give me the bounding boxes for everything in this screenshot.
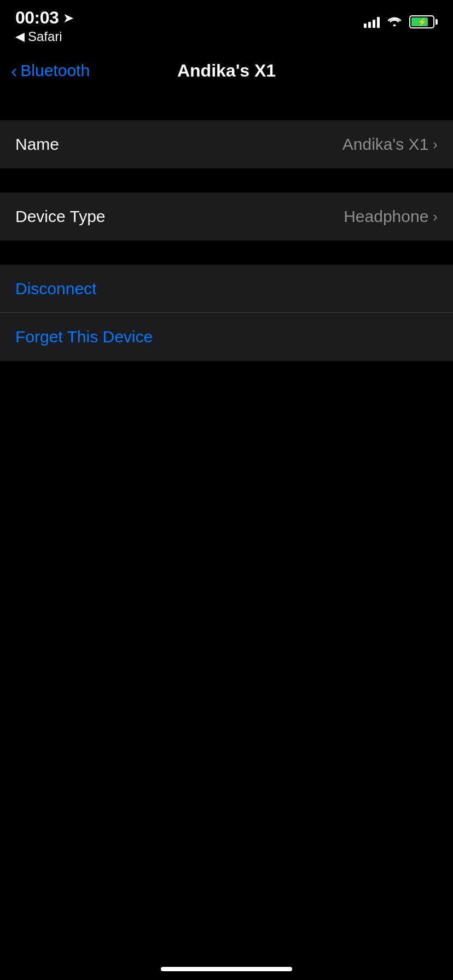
battery-icon: ⚡ xyxy=(409,15,438,28)
battery-nub xyxy=(435,19,438,25)
signal-bar-2 xyxy=(368,22,371,28)
status-app-name: Safari xyxy=(28,29,62,44)
device-type-value: Headphone xyxy=(344,207,428,226)
status-safari: ◀ Safari xyxy=(15,29,74,44)
status-left: 00:03 ➤ ◀ Safari xyxy=(15,8,74,44)
signal-bar-3 xyxy=(373,20,375,28)
location-icon: ➤ xyxy=(63,10,74,26)
status-time: 00:03 xyxy=(15,8,59,28)
section-gap-2 xyxy=(0,168,453,192)
device-type-section: Device Type Headphone › xyxy=(0,192,453,241)
home-indicator xyxy=(161,967,292,971)
name-row[interactable]: Name Andika's X1 › xyxy=(0,120,453,168)
signal-bar-4 xyxy=(377,17,380,28)
status-bar: 00:03 ➤ ◀ Safari ⚡ xyxy=(0,0,453,48)
name-value: Andika's X1 xyxy=(342,135,429,154)
device-type-value-container: Headphone › xyxy=(344,207,438,226)
signal-bars xyxy=(364,16,380,28)
name-chevron-icon: › xyxy=(433,136,438,153)
forget-label: Forget This Device xyxy=(15,328,153,346)
battery-bolt-icon: ⚡ xyxy=(417,18,427,26)
nav-bar: ‹ Bluetooth Andika's X1 xyxy=(0,48,453,96)
disconnect-label: Disconnect xyxy=(15,279,96,298)
back-button[interactable]: ‹ Bluetooth xyxy=(11,61,90,80)
page-title: Andika's X1 xyxy=(177,61,276,81)
wifi-icon xyxy=(386,13,403,30)
battery-body: ⚡ xyxy=(409,15,434,28)
status-time-row: 00:03 ➤ xyxy=(15,8,74,28)
device-type-row[interactable]: Device Type Headphone › xyxy=(0,192,453,241)
back-chevron-icon: ‹ xyxy=(11,61,17,80)
section-gap-3 xyxy=(0,241,453,265)
device-type-chevron-icon: › xyxy=(433,208,438,225)
device-type-label: Device Type xyxy=(15,207,106,226)
section-gap-1 xyxy=(0,96,453,120)
status-right: ⚡ xyxy=(364,8,438,30)
actions-section: Disconnect Forget This Device xyxy=(0,265,453,361)
back-label: Bluetooth xyxy=(20,61,90,80)
name-value-container: Andika's X1 › xyxy=(342,135,438,154)
back-arrow-small-icon: ◀ xyxy=(15,30,25,44)
disconnect-row[interactable]: Disconnect xyxy=(0,265,453,313)
forget-row[interactable]: Forget This Device xyxy=(0,313,453,361)
signal-bar-1 xyxy=(364,24,367,28)
name-section: Name Andika's X1 › xyxy=(0,120,453,168)
name-label: Name xyxy=(15,135,59,154)
